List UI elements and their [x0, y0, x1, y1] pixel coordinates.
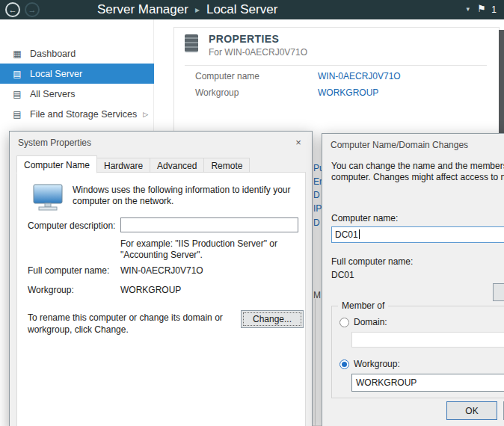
breadcrumb: Server Manager ▸ Local Server	[97, 0, 277, 19]
server-icon: ▤	[11, 89, 23, 99]
member-of-groupbox: Member of Domain: Workgroup: WORKGROUP	[331, 306, 504, 398]
text-cursor	[359, 229, 360, 239]
close-icon: ×	[295, 137, 301, 148]
system-properties-dialog: System Properties × Computer Name Hardwa…	[9, 131, 313, 426]
workgroup-input-value: WORKGROUP	[356, 377, 417, 388]
back-button[interactable]: ←	[5, 2, 20, 17]
dialog-title: System Properties	[18, 138, 91, 148]
property-value-computer-name-link[interactable]: WIN-0AECRJ0V71O	[318, 71, 401, 81]
dialog-title: Computer Name/Domain Changes	[331, 140, 468, 150]
workgroup-value: WORKGROUP	[120, 285, 181, 295]
sidebar-item-label: Local Server	[30, 69, 82, 79]
radio-unchecked-icon	[339, 318, 349, 327]
breadcrumb-separator-icon: ▸	[195, 4, 200, 15]
change-button[interactable]: Change...	[241, 310, 304, 328]
clipped-link-fragment[interactable]: Pu	[313, 163, 322, 173]
sidebar-item-label: Dashboard	[30, 49, 76, 59]
computer-description-label: Computer description:	[28, 220, 115, 231]
properties-panel-subtitle: For WIN-0AECRJ0V71O	[209, 47, 307, 58]
close-button[interactable]: ×	[289, 135, 307, 149]
tab-computer-name[interactable]: Computer Name	[16, 155, 97, 173]
ok-button[interactable]: OK	[446, 401, 497, 420]
divider	[315, 299, 316, 426]
tab-remote[interactable]: Remote	[203, 158, 250, 173]
right-edge-strip	[499, 30, 504, 133]
forward-button[interactable]: →	[25, 2, 40, 17]
domain-radio-label: Domain:	[354, 317, 387, 327]
forward-icon: →	[28, 5, 37, 14]
back-icon: ←	[9, 5, 17, 14]
computer-description-input[interactable]	[120, 217, 298, 232]
member-of-label: Member of	[338, 300, 388, 311]
chevron-down-icon[interactable]: ▾	[466, 6, 470, 13]
workgroup-radio[interactable]: Workgroup:	[339, 359, 400, 369]
page-title: Local Server	[206, 2, 277, 17]
property-value-workgroup-link[interactable]: WORKGROUP	[318, 87, 378, 98]
server-icon: ▤	[11, 109, 23, 120]
clipped-link-fragment[interactable]: D	[313, 217, 320, 228]
domain-input[interactable]	[351, 332, 504, 348]
more-button[interactable]	[493, 283, 504, 301]
full-computer-name-label: Full computer name:	[28, 265, 109, 276]
identity-intro-text: Windows uses the following information t…	[73, 185, 303, 207]
app-title: Server Manager	[97, 2, 188, 17]
tab-advanced[interactable]: Advanced	[150, 158, 204, 173]
computer-name-label: Computer name:	[331, 213, 398, 223]
full-computer-name-label: Full computer name:	[331, 256, 413, 267]
dialog-intro-text: You can change the name and the membersh…	[331, 161, 504, 183]
domain-radio[interactable]: Domain:	[339, 317, 387, 327]
notification-count[interactable]: 1	[491, 5, 497, 14]
workgroup-radio-label: Workgroup:	[354, 359, 400, 369]
sidebar-item-label: File and Storage Services	[30, 109, 137, 120]
clipped-link-fragment[interactable]: En	[313, 176, 322, 187]
app-header: ← → Server Manager ▸ Local Server ▾ ⚑ 1	[0, 0, 504, 19]
tab-hardware[interactable]: Hardware	[96, 158, 150, 173]
description-example-text: For example: "IIS Production Server" or …	[120, 238, 277, 261]
property-label-computer-name: Computer name	[195, 71, 259, 81]
property-label-workgroup: Workgroup	[195, 87, 239, 98]
notifications-flag-icon[interactable]: ⚑	[477, 4, 486, 13]
sidebar-item-all-servers[interactable]: ▤ All Servers	[0, 84, 154, 104]
dialog-intro-line: You can change the name and the membersh…	[331, 161, 504, 172]
expand-arrow-icon[interactable]: ▷	[143, 111, 148, 118]
background-gap: Pu En D IP D M	[312, 131, 322, 426]
dashboard-icon: ▦	[11, 49, 23, 59]
divider	[185, 65, 487, 66]
full-computer-name-value: WIN-0AECRJ0V71O	[120, 265, 203, 276]
sidebar-item-file-storage-services[interactable]: ▤ File and Storage Services ▷	[0, 104, 154, 124]
clipped-link-fragment[interactable]: D	[313, 190, 320, 200]
computer-name-tab-page: Windows uses the following information t…	[16, 172, 306, 426]
server-manager-window: ← → Server Manager ▸ Local Server ▾ ⚑ 1 …	[0, 0, 504, 426]
sidebar-item-label: All Servers	[30, 89, 75, 99]
computer-name-input-value: DC01	[335, 229, 358, 240]
server-icon: ▤	[11, 69, 23, 79]
server-properties-icon	[185, 34, 198, 52]
rename-hint-text: To rename this computer or change its do…	[28, 312, 228, 336]
properties-panel-title: PROPERTIES	[209, 33, 279, 45]
sidebar-item-dashboard[interactable]: ▦ Dashboard	[0, 43, 154, 64]
radio-checked-icon	[339, 359, 349, 369]
full-computer-name-value: DC01	[331, 270, 354, 280]
description-example-line: "Accounting Server".	[120, 250, 277, 261]
sidebar-item-local-server[interactable]: ▤ Local Server	[0, 64, 154, 84]
computer-name-input[interactable]: DC01	[331, 226, 504, 243]
monitor-icon	[31, 183, 65, 212]
computer-name-domain-changes-dialog: Computer Name/Domain Changes You can cha…	[322, 133, 504, 426]
workgroup-input[interactable]: WORKGROUP	[351, 374, 504, 392]
tab-bar: Computer Name Hardware Advanced Remote	[16, 157, 249, 173]
description-example-line: For example: "IIS Production Server" or	[120, 238, 277, 250]
clipped-link-fragment[interactable]: IP	[313, 203, 322, 214]
workgroup-label: Workgroup:	[28, 285, 74, 295]
dialog-intro-line: computer. Changes might affect access to…	[331, 172, 504, 183]
